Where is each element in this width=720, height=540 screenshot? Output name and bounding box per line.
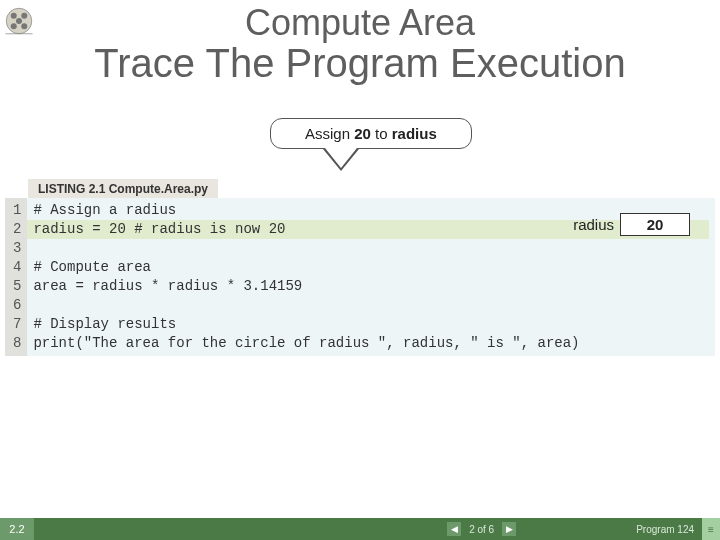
callout-tail-icon [323, 149, 359, 171]
slide-title-1: Compute Area [0, 4, 720, 42]
line-number-gutter: 1 2 3 4 5 6 7 8 [5, 198, 27, 356]
svg-point-3 [11, 23, 17, 29]
line-number: 5 [13, 277, 21, 296]
callout-value: 20 [354, 125, 371, 142]
program-name: Program 1 [636, 524, 683, 535]
callout-target: radius [392, 125, 437, 142]
step-counter: 2 of 6 [469, 524, 494, 535]
variable-display: radius 20 [573, 213, 690, 236]
callout-bubble: Assign 20 to radius [270, 118, 472, 171]
listing-label: LISTING 2.1 Compute.Area.py [28, 179, 218, 199]
line-number: 3 [13, 239, 21, 258]
section-number: 2.2 [0, 518, 34, 540]
code-line: # Assign a radius [33, 202, 176, 218]
line-number: 8 [13, 334, 21, 353]
code-line: # Display results [33, 316, 176, 332]
line-number: 4 [13, 258, 21, 277]
line-number: 6 [13, 296, 21, 315]
code-line: area = radius * radius * 3.14159 [33, 278, 302, 294]
line-number: 7 [13, 315, 21, 334]
page-number: 24 [683, 524, 694, 535]
menu-icon[interactable]: ≡ [702, 518, 720, 540]
line-number: 1 [13, 201, 21, 220]
line-number: 2 [13, 220, 21, 239]
callout-prefix: Assign [305, 125, 354, 142]
code-line: print("The area for the circle of radius… [33, 335, 579, 351]
next-button[interactable]: ▶ [502, 522, 516, 536]
svg-point-2 [21, 13, 27, 19]
slide-title-2: Trace The Program Execution [0, 42, 720, 84]
callout-mid: to [371, 125, 392, 142]
variable-name: radius [573, 216, 614, 233]
variable-value: 20 [620, 213, 690, 236]
logo-icon [4, 6, 34, 36]
svg-point-4 [21, 23, 27, 29]
svg-point-5 [16, 18, 22, 24]
code-line: # Compute area [33, 259, 151, 275]
svg-point-1 [11, 13, 17, 19]
footer-bar: 2.2 ◀ 2 of 6 ▶ Program 1 24 ≡ [0, 518, 720, 540]
step-nav: ◀ 2 of 6 ▶ [447, 522, 516, 536]
prev-button[interactable]: ◀ [447, 522, 461, 536]
